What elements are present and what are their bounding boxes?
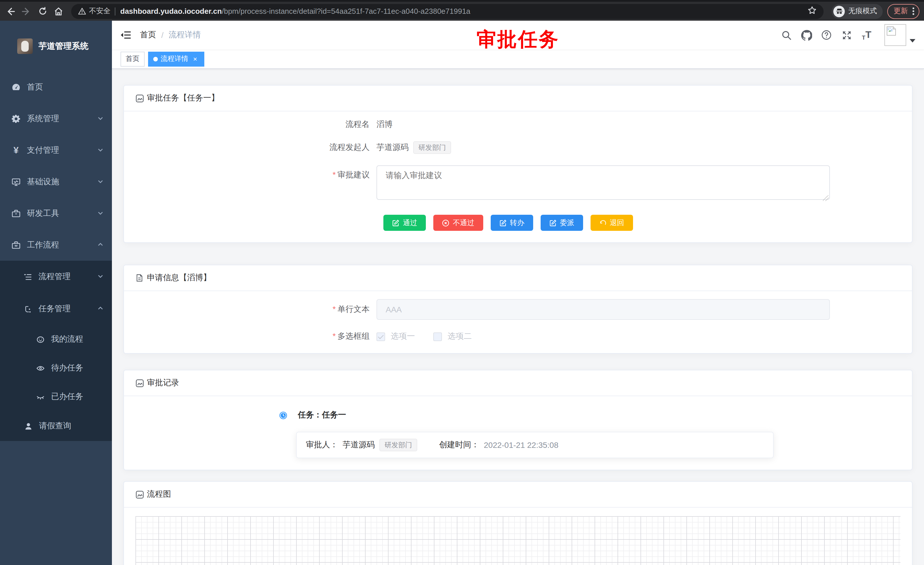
transfer-button[interactable]: 转办	[490, 215, 533, 231]
chevron-down-icon	[97, 177, 104, 186]
url-host: dashboard.yudao.iocoder.cn	[120, 7, 222, 15]
sidebar-item-label: 我的流程	[51, 334, 104, 344]
card-title: 审批记录	[147, 378, 179, 388]
card-title: 流程图	[147, 489, 171, 500]
sidebar-item-my-process[interactable]: 我的流程	[0, 325, 112, 354]
github-icon[interactable]	[801, 29, 812, 41]
circle-close-icon	[442, 219, 449, 227]
browser-toolbar: 不安全 dashboard.yudao.iocoder.cn/bpm/proce…	[0, 0, 924, 21]
back-icon[interactable]	[2, 3, 18, 19]
process-name-value: 滔博	[376, 119, 393, 130]
help-icon[interactable]	[821, 29, 832, 41]
picture-icon	[135, 94, 144, 102]
tab-home[interactable]: 首页	[120, 51, 145, 66]
textarea-resize-handle[interactable]	[823, 195, 829, 201]
home-icon[interactable]	[51, 3, 67, 19]
record-detail-card: 审批人： 芋道源码 研发部门 创建时间： 2022-01-21 22:35:08	[296, 432, 774, 458]
approve-button[interactable]: 通过	[383, 215, 426, 231]
sidebar-item-payment[interactable]: ¥ 支付管理	[0, 134, 112, 166]
button-label: 委派	[560, 218, 574, 228]
fullscreen-icon[interactable]	[841, 29, 852, 41]
suggestion-textarea[interactable]	[376, 165, 830, 200]
sidebar-item-home[interactable]: 首页	[0, 71, 112, 103]
assignee-value: 芋道源码	[343, 440, 375, 450]
approval-record-card: 审批记录 任务：任务一 审批人： 芋道	[123, 370, 912, 470]
checkbox-option2	[433, 332, 442, 341]
sidebar-item-process-mgmt[interactable]: 流程管理	[0, 261, 112, 293]
breadcrumb-home[interactable]: 首页	[140, 30, 156, 40]
browser-update-button[interactable]: 更新	[887, 4, 920, 19]
forward-icon[interactable]	[18, 3, 34, 19]
reload-icon[interactable]	[34, 3, 51, 19]
broken-image-icon	[885, 25, 897, 37]
process-name-label: 流程名	[135, 119, 376, 130]
sidebar-item-label: 系统管理	[27, 113, 97, 124]
chevron-down-icon	[97, 272, 104, 281]
checkbox-group-row: *多选框组 选项一 选项二	[135, 331, 900, 342]
application-info-card: 申请信息【滔博】 *单行文本 *多选框组 选项一	[123, 265, 912, 354]
url-bar[interactable]: 不安全 dashboard.yudao.iocoder.cn/bpm/proce…	[71, 4, 824, 19]
workflow-submenu: 流程管理 任务管理 我的流程	[0, 261, 112, 441]
single-line-text-input	[376, 299, 830, 320]
text-field-label: 单行文本	[338, 304, 370, 314]
sidebar-item-infra[interactable]: 基础设施	[0, 166, 112, 197]
picture-icon	[135, 490, 144, 499]
tab-process-detail[interactable]: 流程详情 ×	[148, 51, 204, 66]
picture-icon	[135, 379, 144, 387]
warning-icon	[78, 8, 86, 15]
sidebar-logo[interactable]: 芋道管理系统	[0, 21, 112, 64]
gear-icon	[12, 114, 21, 123]
active-dot	[153, 57, 158, 61]
sidebar-menu: 首页 系统管理 ¥ 支付管理	[0, 71, 112, 441]
sidebar-item-system[interactable]: 系统管理	[0, 103, 112, 134]
return-button[interactable]: 退回	[590, 215, 633, 231]
bpmn-diagram-canvas[interactable]	[135, 516, 900, 565]
sidebar-item-workflow[interactable]: 工作流程	[0, 229, 112, 261]
url-text[interactable]: dashboard.yudao.iocoder.cn/bpm/process-i…	[120, 7, 807, 15]
security-indicator[interactable]: 不安全	[78, 6, 111, 16]
process-name-row: 流程名 滔博	[135, 119, 900, 130]
initiator-label: 流程发起人	[135, 143, 376, 153]
card-title: 审批任务【任务一】	[147, 93, 219, 103]
sidebar-item-label: 待办任务	[51, 363, 104, 373]
button-label: 不通过	[453, 218, 474, 228]
sidebar-item-label: 流程管理	[39, 272, 97, 282]
tab-label: 首页	[126, 54, 140, 64]
page-content: 审批任务【任务一】 流程名 滔博 流程发起人 芋道源码 研发部门	[112, 69, 924, 565]
sidebar-item-label: 基础设施	[27, 177, 97, 187]
monitor-icon	[12, 177, 21, 186]
bookmark-star-icon[interactable]	[807, 6, 817, 17]
user-icon	[24, 421, 33, 431]
branch-icon	[23, 304, 32, 314]
button-label: 转办	[510, 218, 524, 228]
initiator-value: 芋道源码	[376, 143, 409, 153]
avatar[interactable]	[884, 24, 906, 46]
sidebar-fold-icon[interactable]	[120, 30, 131, 40]
sidebar-item-todo-tasks[interactable]: 待办任务	[0, 354, 112, 382]
yen-icon: ¥	[12, 146, 21, 155]
browser-menu-icon[interactable]	[911, 6, 915, 16]
sidebar-item-label: 支付管理	[27, 145, 97, 155]
sidebar-item-leave-query[interactable]: 请假查询	[0, 411, 112, 441]
sidebar-item-done-tasks[interactable]: 已办任务	[0, 382, 112, 411]
edit-icon	[392, 219, 399, 227]
clock-icon	[279, 411, 288, 419]
sidebar-item-label: 研发工具	[27, 208, 97, 218]
update-label: 更新	[894, 6, 908, 16]
edit-icon	[549, 219, 556, 227]
delegate-button[interactable]: 委派	[540, 215, 583, 231]
url-separator	[114, 7, 115, 15]
undo-icon	[599, 219, 606, 227]
reject-button[interactable]: 不通过	[433, 215, 483, 231]
search-icon[interactable]	[780, 29, 792, 41]
breadcrumb-separator: /	[161, 30, 164, 40]
avatar-caret-icon[interactable]	[910, 39, 915, 42]
sidebar-item-devtools[interactable]: 研发工具	[0, 197, 112, 229]
sidebar-item-task-mgmt[interactable]: 任务管理	[0, 293, 112, 325]
create-time-value: 2022-01-21 22:35:08	[484, 440, 558, 449]
tab-close-icon[interactable]: ×	[191, 55, 199, 63]
screen: 不安全 dashboard.yudao.iocoder.cn/bpm/proce…	[0, 0, 924, 565]
font-size-icon[interactable]: TT	[861, 29, 872, 41]
incognito-badge: 无痕模式	[832, 4, 883, 19]
top-navbar: 首页 / 流程详情 审批任务	[112, 21, 924, 50]
